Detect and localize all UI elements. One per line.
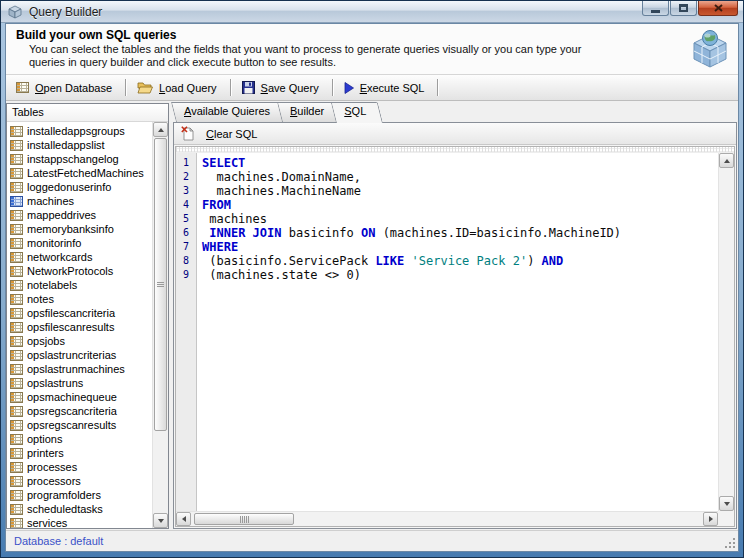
execute-sql-button[interactable]: Execute SQL: [337, 80, 435, 96]
table-item-label: networkcards: [27, 251, 92, 263]
close-button[interactable]: [698, 1, 738, 16]
scroll-left-button[interactable]: [176, 512, 191, 526]
table-list-item[interactable]: opslastruns: [7, 376, 152, 390]
table-list-item[interactable]: opsfilescanresults: [7, 320, 152, 334]
table-item-label: LatestFetchedMachines: [27, 167, 144, 179]
table-icon: [10, 364, 23, 375]
table-item-label: opsregscancriteria: [27, 405, 117, 417]
sql-code[interactable]: SELECT machines.DomainName, machines.Mac…: [197, 153, 718, 511]
scroll-up-button[interactable]: [719, 153, 734, 168]
table-item-label: opsfilescanresults: [27, 321, 114, 333]
table-list-item[interactable]: notes: [7, 292, 152, 306]
table-list-item[interactable]: machines: [7, 194, 152, 208]
thumb-grip-icon: [157, 282, 164, 287]
line-number-gutter: 123456789: [176, 153, 197, 511]
table-list-item[interactable]: programfolders: [7, 488, 152, 502]
table-icon: [10, 420, 23, 431]
play-icon: [344, 82, 354, 94]
table-list-item[interactable]: services: [7, 516, 152, 528]
table-list-item[interactable]: opslastruncriterias: [7, 348, 152, 362]
table-icon: [10, 196, 23, 207]
tab-sql[interactable]: SQL: [336, 102, 383, 123]
maximize-icon: [679, 4, 688, 12]
table-icon: [10, 406, 23, 417]
table-list-item[interactable]: NetworkProtocols: [7, 264, 152, 278]
table-item-label: opslastrunmachines: [27, 363, 125, 375]
table-item-label: instappschangelog: [27, 153, 119, 165]
clear-document-icon: [181, 126, 194, 141]
table-list-item[interactable]: opsregscancriteria: [7, 404, 152, 418]
minimize-button[interactable]: [642, 1, 669, 16]
title-bar[interactable]: Query Builder: [1, 1, 743, 23]
table-list-item[interactable]: networkcards: [7, 250, 152, 264]
scroll-down-icon: [158, 519, 164, 523]
execute-sql-label: Execute SQL: [360, 82, 425, 94]
table-list-item[interactable]: options: [7, 432, 152, 446]
table-icon: [10, 140, 23, 151]
table-list-item[interactable]: installedappsgroups: [7, 124, 152, 138]
resize-grip[interactable]: [724, 537, 736, 549]
scrollbar-thumb[interactable]: [194, 513, 294, 525]
table-item-label: mappeddrives: [27, 209, 96, 221]
database-status-label: Database : default: [14, 535, 103, 547]
table-list-item[interactable]: opsmachinequeue: [7, 390, 152, 404]
editor-vscrollbar[interactable]: [718, 153, 734, 511]
table-icon: [10, 448, 23, 459]
tables-panel: Tables installedappsgroups installedapps…: [6, 103, 169, 529]
table-item-label: notelabels: [27, 279, 77, 291]
table-icon: [10, 210, 23, 221]
table-list-item[interactable]: opsregscanresults: [7, 418, 152, 432]
table-item-label: scheduledtasks: [27, 503, 103, 515]
table-list-item[interactable]: printers: [7, 446, 152, 460]
table-list-item[interactable]: loggedonuserinfo: [7, 180, 152, 194]
table-list-item[interactable]: opsjobs: [7, 334, 152, 348]
table-list-item[interactable]: mappeddrives: [7, 208, 152, 222]
table-list-item[interactable]: notelabels: [7, 278, 152, 292]
scroll-down-button[interactable]: [153, 513, 168, 528]
tables-scrollbar[interactable]: [152, 122, 168, 528]
app-icon: [8, 5, 23, 19]
maximize-button[interactable]: [670, 1, 697, 16]
scrollbar-corner: [718, 511, 734, 526]
tab-strip: Available Quieres Builder SQL: [173, 102, 737, 122]
table-icon: [10, 182, 23, 193]
table-list-item[interactable]: processes: [7, 460, 152, 474]
table-icon: [10, 462, 23, 473]
table-list-item[interactable]: LatestFetchedMachines: [7, 166, 152, 180]
scrollbar-thumb[interactable]: [154, 138, 167, 431]
table-item-label: opslastruns: [27, 377, 83, 389]
table-list-item[interactable]: opsfilescancriteria: [7, 306, 152, 320]
table-list-item[interactable]: memorybanksinfo: [7, 222, 152, 236]
toolbar-separator: [125, 79, 127, 96]
table-icon: [10, 294, 23, 305]
scroll-right-button[interactable]: [703, 512, 718, 526]
thumb-grip-icon: [240, 516, 249, 523]
table-list-item[interactable]: processors: [7, 474, 152, 488]
scroll-up-button[interactable]: [153, 122, 168, 137]
table-list-item[interactable]: instappschangelog: [7, 152, 152, 166]
table-list-item[interactable]: monitorinfo: [7, 236, 152, 250]
load-query-button[interactable]: Load Query: [130, 79, 227, 96]
tab-available-queries[interactable]: Available Quieres: [176, 102, 287, 122]
floppy-disk-icon: [242, 81, 255, 94]
sql-editor[interactable]: 123456789 SELECT machines.DomainName, ma…: [175, 146, 735, 527]
table-icon: [10, 518, 23, 529]
table-list-item[interactable]: scheduledtasks: [7, 502, 152, 516]
table-item-label: installedappsgroups: [27, 125, 125, 137]
save-query-button[interactable]: Save Query: [235, 79, 329, 96]
editor-hscrollbar[interactable]: [176, 511, 718, 526]
open-database-label: Open Database: [35, 82, 112, 94]
table-list-item[interactable]: installedappslist: [7, 138, 152, 152]
table-item-label: opsregscanresults: [27, 419, 116, 431]
table-item-label: opslastruncriterias: [27, 349, 116, 361]
table-item-label: opsjobs: [27, 335, 65, 347]
table-icon: [10, 224, 23, 235]
table-item-label: processes: [27, 461, 77, 473]
clear-sql-button[interactable]: Clear SQL: [181, 126, 257, 141]
open-database-button[interactable]: Open Database: [9, 80, 122, 96]
table-item-label: loggedonuserinfo: [27, 181, 111, 193]
table-list-item[interactable]: opslastrunmachines: [7, 362, 152, 376]
scroll-down-button[interactable]: [719, 496, 734, 511]
table-icon: [10, 490, 23, 501]
tables-list[interactable]: installedappsgroups installedappslist in…: [7, 122, 152, 528]
